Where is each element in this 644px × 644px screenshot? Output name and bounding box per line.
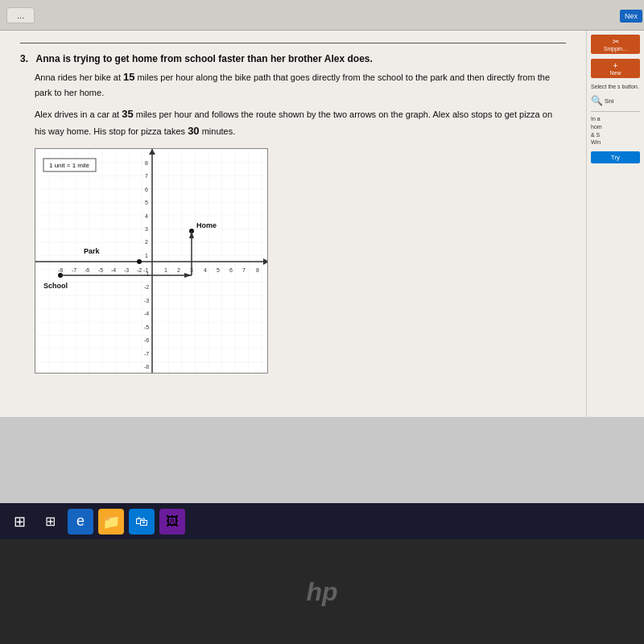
divider-line — [20, 43, 566, 43]
problem-section: 3. Anna is trying to get home from schoo… — [20, 53, 566, 140]
svg-text:5: 5 — [217, 267, 220, 273]
svg-text:-8: -8 — [144, 364, 149, 369]
svg-text:2: 2 — [177, 267, 180, 273]
hp-logo: hp — [306, 577, 337, 607]
info-text: In a hom & S Win — [591, 111, 640, 147]
svg-text:Park: Park — [84, 247, 101, 255]
svg-text:-6: -6 — [85, 267, 89, 273]
sidebar-panel: ✂ Snippin... + New Select the s button. … — [586, 31, 644, 417]
svg-text:-4: -4 — [144, 311, 149, 316]
windows-start-icon[interactable]: ⊞ — [6, 509, 32, 535]
snipping-icon: ✂ — [613, 37, 619, 46]
sni-icon: 🔍 — [591, 95, 603, 106]
graph-wrapper: -8 -7 -6 -5 -4 -3 -2 -1 1 2 3 4 5 6 7 8 … — [35, 148, 566, 377]
new-icon: + — [613, 61, 618, 70]
try-button[interactable]: Try — [591, 151, 640, 163]
sni-icon-item: 🔍 Sni — [591, 95, 640, 106]
svg-text:-2: -2 — [137, 267, 142, 273]
svg-text:4: 4 — [145, 213, 148, 219]
svg-text:4: 4 — [204, 267, 207, 273]
store-icon[interactable]: 🛍 — [129, 509, 155, 535]
svg-text:School: School — [43, 282, 68, 290]
folder-icon[interactable]: 📁 — [98, 509, 124, 535]
svg-text:8: 8 — [256, 267, 259, 273]
taskbar: ⊞ ⊞ e 📁 🛍 🖼 — [0, 503, 644, 539]
svg-text:-8: -8 — [58, 267, 63, 273]
svg-text:3: 3 — [145, 226, 148, 232]
anna-paragraph: Anna rides her bike at 15 miles per hour… — [35, 69, 566, 100]
svg-text:-3: -3 — [144, 298, 149, 303]
svg-text:-4: -4 — [111, 267, 116, 273]
coordinate-graph: -8 -7 -6 -5 -4 -3 -2 -1 1 2 3 4 5 6 7 8 … — [35, 148, 268, 374]
svg-text:8: 8 — [145, 160, 148, 166]
svg-text:7: 7 — [145, 173, 148, 179]
problem-intro: Anna is trying to get home from school f… — [36, 53, 373, 64]
svg-text:6: 6 — [229, 267, 233, 273]
svg-text:5: 5 — [145, 200, 148, 205]
svg-text:1: 1 — [164, 267, 167, 273]
photos-icon[interactable]: 🖼 — [159, 509, 185, 535]
svg-text:-6: -6 — [144, 337, 149, 343]
svg-text:-7: -7 — [72, 267, 76, 273]
svg-text:-7: -7 — [144, 351, 149, 357]
anna-speed: 15 — [123, 71, 134, 83]
svg-text:-3: -3 — [124, 267, 129, 273]
svg-text:-5: -5 — [144, 324, 149, 330]
svg-text:2: 2 — [145, 239, 148, 245]
svg-text:Home: Home — [196, 221, 217, 229]
top-bar: ... — [0, 0, 644, 31]
hp-area: hp — [0, 539, 644, 644]
tab-area: ... — [6, 7, 35, 23]
edge-icon[interactable]: e — [68, 509, 93, 535]
svg-text:-2: -2 — [144, 284, 149, 290]
svg-point-42 — [137, 259, 142, 264]
problem-number: 3. Anna is trying to get home from schoo… — [20, 53, 566, 64]
select-text: Select the s button. — [591, 83, 640, 90]
svg-text:1: 1 — [145, 253, 148, 258]
browser-tab[interactable]: ... — [6, 7, 35, 23]
new-button[interactable]: + New — [591, 59, 640, 78]
svg-text:-5: -5 — [98, 267, 103, 273]
alex-time: 30 — [188, 125, 199, 137]
svg-text:6: 6 — [145, 187, 148, 192]
document-area: 3. Anna is trying to get home from schoo… — [0, 31, 586, 417]
svg-text:1 unit = 1 mile: 1 unit = 1 mile — [49, 162, 90, 169]
svg-text:7: 7 — [242, 267, 246, 273]
alex-speed: 35 — [122, 108, 133, 120]
snipping-button[interactable]: ✂ Snippin... — [591, 35, 640, 54]
svg-text:-1: -1 — [144, 271, 149, 277]
taskview-icon[interactable]: ⊞ — [37, 509, 63, 535]
alex-paragraph: Alex drives in a car at 35 miles per hou… — [35, 106, 566, 140]
